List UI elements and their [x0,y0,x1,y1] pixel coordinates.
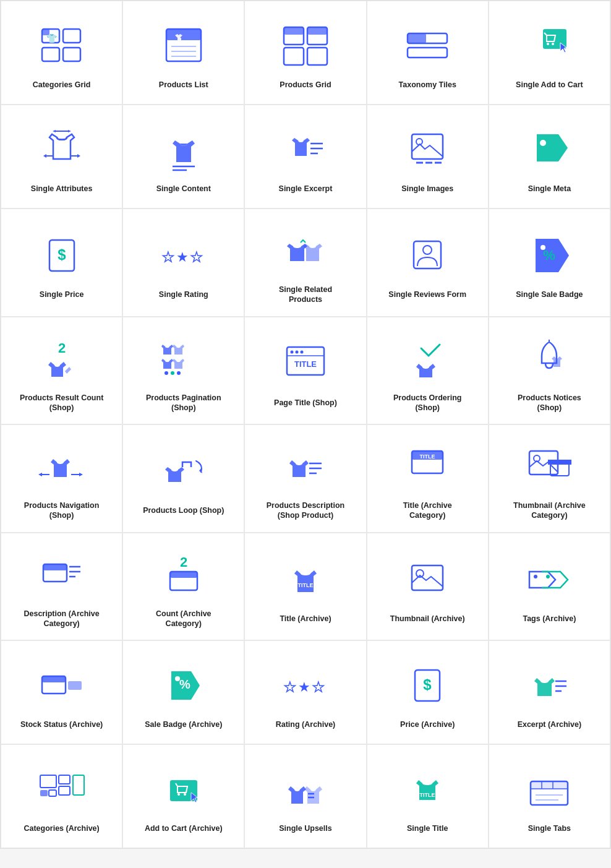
cell-single-content[interactable]: Single Content [122,105,244,208]
svg-rect-104 [40,790,48,796]
svg-text:★: ★ [190,249,203,265]
cell-single-excerpt[interactable]: Single Excerpt [244,105,366,208]
svg-text:$: $ [58,246,66,263]
cell-single-title[interactable]: TITLE Single Title [367,744,489,848]
svg-point-37 [416,139,422,145]
svg-point-50 [540,245,545,250]
cell-title-archive[interactable]: TITLE Title (Archive) [244,533,366,641]
label-tags-archive: Tags (Archive) [523,614,576,624]
cell-rating-archive[interactable]: ★ ★ ★ Rating (Archive) [244,640,366,744]
cell-thumbnail-archive-category[interactable]: Thumbnail (Archive Category) [489,424,610,533]
cell-taxonomy-tiles[interactable]: Taxonomy Tiles [367,1,489,105]
cell-products-list[interactable]: Products List [122,1,244,105]
cell-single-attributes[interactable]: Single Attributes [1,105,122,208]
icon-rating-archive: ★ ★ ★ [278,658,333,713]
cell-single-add-to-cart[interactable]: Single Add to Cart [489,1,610,105]
svg-text:TITLE: TITLE [420,453,435,460]
svg-text:👕: 👕 [46,33,58,44]
cell-products-grid[interactable]: Products Grid [244,1,366,105]
svg-point-23 [552,43,554,45]
cell-single-reviews-form[interactable]: Single Reviews Form [367,208,489,317]
cell-products-result-count[interactable]: 2 Products Result Count (Shop) [1,317,122,425]
cell-tags-archive[interactable]: Tags (Archive) [489,533,610,641]
cell-single-sale-badge[interactable]: % Single Sale Badge [489,208,610,317]
cell-single-meta[interactable]: Single Meta [489,105,610,208]
cell-thumbnail-archive[interactable]: Thumbnail (Archive) [367,533,489,641]
icon-sale-badge-archive: % [156,658,212,713]
icon-single-meta [521,122,577,178]
cell-single-images[interactable]: Single Images [367,105,489,208]
label-single-title: Single Title [407,823,448,833]
svg-point-48 [423,246,432,254]
icon-add-to-cart-archive [156,762,212,817]
icon-products-navigation [34,439,90,494]
svg-point-53 [171,371,174,375]
icon-products-loop [156,444,212,499]
svg-point-22 [547,43,549,45]
svg-rect-103 [40,775,56,788]
icon-products-notices [521,331,577,387]
icon-excerpt-archive [521,658,577,713]
svg-rect-106 [59,775,70,784]
cell-products-pagination[interactable]: Products Pagination (Shop) [122,317,244,425]
svg-point-88 [534,575,537,578]
svg-rect-78 [43,564,67,570]
icon-single-upsells [278,762,333,817]
cell-single-rating[interactable]: ★ ★ ★ Single Rating [122,208,244,317]
label-categories-grid: Categories Grid [33,80,91,90]
icon-single-excerpt [278,122,333,178]
cell-products-ordering[interactable]: Products Ordering (Shop) [367,317,489,425]
icon-products-ordering [400,331,455,387]
svg-text:★: ★ [176,249,189,265]
icon-products-list [156,18,212,74]
icon-title-archive-category: TITLE [400,439,455,494]
cell-products-description[interactable]: Products Description (Shop Product) [244,424,366,533]
label-description-archive-category: Description (Archive Category) [19,609,105,629]
label-products-description: Products Description (Shop Product) [262,501,349,521]
svg-rect-116 [531,781,568,789]
cell-add-to-cart-archive[interactable]: Add to Cart (Archive) [122,744,244,848]
icon-single-add-to-cart [521,18,577,74]
svg-marker-29 [53,130,56,132]
widget-grid: 👕 Categories Grid Products List [0,0,611,849]
cell-price-archive[interactable]: $ Price (Archive) [367,640,489,744]
cell-products-navigation[interactable]: Products Navigation (Shop) [1,424,122,533]
icon-count-archive-category: 2 [156,547,212,603]
label-thumbnail-archive-category: Thumbnail (Archive Category) [506,501,592,521]
label-add-to-cart-archive: Add to Cart (Archive) [145,823,223,833]
cell-title-archive-category[interactable]: TITLE Title (Archive Category) [367,424,489,533]
cell-stock-status-archive[interactable]: Stock Status (Archive) [1,640,122,744]
icon-single-price: $ [34,228,90,283]
cell-single-price[interactable]: $ Single Price [1,208,122,317]
icon-single-sale-badge: % [521,228,577,283]
svg-text:★: ★ [298,679,310,695]
cell-single-tabs[interactable]: Single Tabs [489,744,610,848]
label-title-archive-category: Title (Archive Category) [384,501,471,521]
cell-sale-badge-archive[interactable]: % Sale Badge (Archive) [122,640,244,744]
icon-single-related-products [278,223,333,278]
cell-description-archive-category[interactable]: Description (Archive Category) [1,533,122,641]
label-taxonomy-tiles: Taxonomy Tiles [399,80,456,90]
label-single-reviews-form: Single Reviews Form [388,290,466,299]
cell-single-related-products[interactable]: Single Related Products [244,208,366,317]
cell-page-title-shop[interactable]: TITLE Page Title (Shop) [244,317,366,425]
svg-rect-108 [73,775,84,795]
icon-single-reviews-form [400,228,455,283]
svg-point-111 [184,793,186,796]
label-single-meta: Single Meta [528,184,571,194]
label-thumbnail-archive: Thumbnail (Archive) [390,614,465,624]
label-excerpt-archive: Excerpt (Archive) [518,720,582,729]
icon-single-title: TITLE [400,762,455,817]
cell-excerpt-archive[interactable]: Excerpt (Archive) [489,640,610,744]
cell-categories-grid[interactable]: 👕 Categories Grid [1,1,122,105]
svg-text:TITLE: TITLE [420,792,435,798]
cell-products-loop[interactable]: Products Loop (Shop) [122,424,244,533]
cell-single-upsells[interactable]: Single Upsells [244,744,366,848]
icon-taxonomy-tiles [400,18,455,74]
cell-categories-archive[interactable]: Categories (Archive) [1,744,122,848]
svg-text:★: ★ [162,249,174,265]
cell-count-archive-category[interactable]: 2 Count (Archive Category) [122,533,244,641]
svg-rect-4 [63,48,80,61]
cell-products-notices[interactable]: Products Notices (Shop) [489,317,610,425]
icon-price-archive: $ [400,658,455,713]
